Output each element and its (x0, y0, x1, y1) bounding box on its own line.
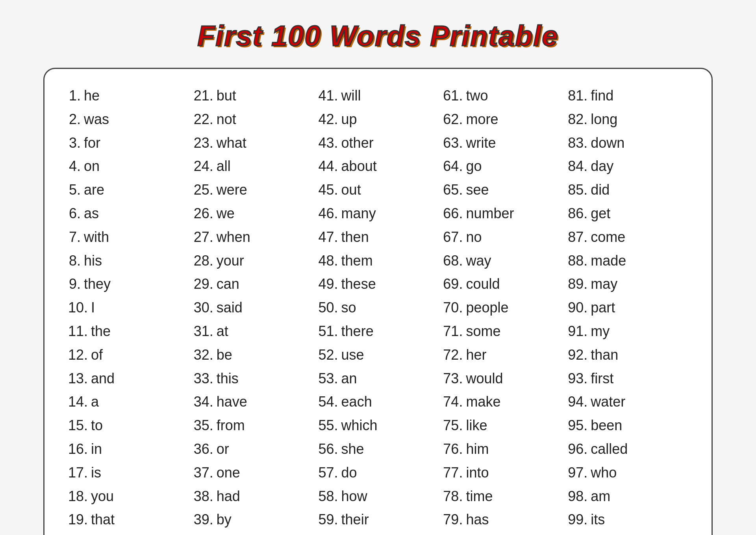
word-value: he (84, 85, 100, 107)
word-number: 42. (318, 108, 341, 130)
list-item: 80.look (442, 532, 563, 535)
word-number: 86. (567, 202, 591, 225)
column-col2: 21.but22.not23.what24.all25.were26.we27.… (193, 85, 314, 535)
list-item: 13.and (68, 368, 189, 390)
word-number: 54. (318, 391, 341, 413)
word-value: make (466, 391, 500, 413)
word-value: a (91, 391, 99, 413)
list-item: 4.on (68, 155, 189, 177)
list-item: 31.at (193, 320, 314, 342)
word-number: 49. (318, 273, 341, 295)
word-value: is (91, 462, 101, 484)
word-value: made (591, 250, 626, 272)
word-number: 70. (442, 297, 466, 319)
list-item: 1.he (68, 85, 189, 107)
word-value: did (591, 179, 610, 201)
word-number: 46. (318, 202, 341, 225)
word-number: 40. (193, 532, 217, 535)
list-item: 59.their (318, 509, 439, 531)
word-number: 18. (68, 485, 91, 507)
word-value: had (217, 485, 240, 507)
word-value: am (591, 485, 610, 507)
word-value: could (466, 273, 500, 295)
list-item: 47.then (318, 226, 439, 248)
list-item: 98.am (567, 485, 688, 507)
word-value: we (217, 202, 235, 225)
list-item: 45.out (318, 179, 439, 201)
word-number: 28. (193, 250, 217, 272)
word-number: 4. (68, 155, 84, 177)
word-number: 24. (193, 155, 217, 177)
word-value: people (466, 297, 508, 319)
word-number: 96. (567, 438, 591, 460)
list-item: 55.which (318, 414, 439, 437)
list-item: 36.or (193, 438, 314, 460)
list-item: 2.was (68, 108, 189, 130)
word-value: was (84, 108, 109, 130)
word-number: 84. (567, 155, 591, 177)
word-value: look (466, 532, 492, 535)
word-value: were (217, 179, 247, 201)
list-item: 100.now (567, 532, 688, 535)
word-number: 59. (318, 509, 341, 531)
list-item: 9.they (68, 273, 189, 295)
word-number: 87. (567, 226, 591, 248)
word-number: 66. (442, 202, 466, 225)
word-number: 100. (567, 532, 598, 535)
word-number: 71. (442, 320, 466, 342)
word-value: one (217, 462, 240, 484)
word-value: go (466, 155, 482, 177)
word-value: their (341, 509, 369, 531)
word-number: 43. (318, 132, 341, 154)
word-number: 8. (68, 250, 84, 272)
word-number: 94. (567, 391, 591, 413)
word-number: 44. (318, 155, 341, 177)
word-value: part (591, 297, 615, 319)
word-number: 23. (193, 132, 217, 154)
word-number: 57. (318, 462, 341, 484)
list-item: 61.two (442, 85, 563, 107)
list-item: 99.its (567, 509, 688, 531)
list-item: 48.them (318, 250, 439, 272)
word-number: 88. (567, 250, 591, 272)
word-value: all (217, 155, 231, 177)
word-number: 74. (442, 391, 466, 413)
list-item: 33.this (193, 368, 314, 390)
list-item: 39.by (193, 509, 314, 531)
word-number: 41. (318, 85, 341, 107)
word-number: 26. (193, 202, 217, 225)
list-item: 3.for (68, 132, 189, 154)
word-number: 39. (193, 509, 217, 531)
list-item: 11.the (68, 320, 189, 342)
list-item: 34.have (193, 391, 314, 413)
word-value: can (217, 273, 239, 295)
word-number: 81. (567, 85, 591, 107)
word-number: 27. (193, 226, 217, 248)
list-item: 38.had (193, 485, 314, 507)
list-item: 10.I (68, 297, 189, 319)
list-item: 63.write (442, 132, 563, 154)
word-value: it (91, 532, 98, 535)
word-number: 2. (68, 108, 84, 130)
list-item: 42.up (318, 108, 439, 130)
list-item: 50.so (318, 297, 439, 319)
word-number: 75. (442, 414, 466, 437)
word-value: from (217, 414, 245, 437)
list-item: 51.there (318, 320, 439, 342)
word-value: I (91, 297, 95, 319)
word-number: 25. (193, 179, 217, 201)
word-value: who (591, 462, 617, 484)
word-value: as (84, 202, 99, 225)
list-item: 56.she (318, 438, 439, 460)
list-item: 20.it (68, 532, 189, 535)
list-item: 21.but (193, 85, 314, 107)
list-item: 96.called (567, 438, 688, 460)
word-number: 90. (567, 297, 591, 319)
list-item: 30.said (193, 297, 314, 319)
word-number: 76. (442, 438, 466, 460)
list-item: 73.would (442, 368, 563, 390)
word-value: for (84, 132, 100, 154)
list-item: 41.will (318, 85, 439, 107)
list-item: 29.can (193, 273, 314, 295)
list-item: 86.get (567, 202, 688, 225)
